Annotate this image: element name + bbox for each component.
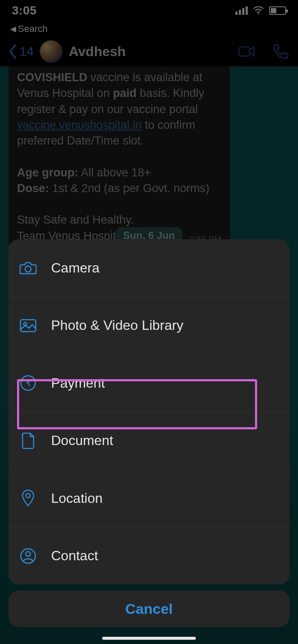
- sheet-item-label: Document: [51, 433, 113, 448]
- sheet-item-payment[interactable]: ₹ Payment: [9, 355, 289, 412]
- photo-library-icon: [20, 317, 37, 334]
- sheet-item-label: Photo & Video Library: [51, 318, 183, 333]
- sheet-item-camera[interactable]: Camera: [9, 239, 289, 297]
- svg-text:₹: ₹: [26, 378, 31, 388]
- contact-icon: [20, 548, 37, 565]
- sheet-item-location[interactable]: Location: [9, 470, 289, 528]
- screen: 3:05 ◀ Search 14 Avdhesh COVISHIELD vacc…: [0, 0, 298, 644]
- document-icon: [20, 432, 37, 449]
- attachment-sheet: Camera Photo & Video Library ₹ Payment D…: [9, 239, 289, 584]
- camera-icon: [20, 259, 37, 276]
- home-indicator[interactable]: [102, 637, 196, 640]
- location-icon: [20, 490, 37, 507]
- cancel-button[interactable]: Cancel: [9, 590, 289, 627]
- payment-icon: ₹: [20, 374, 37, 392]
- sheet-item-photo-library[interactable]: Photo & Video Library: [9, 297, 289, 355]
- svg-point-9: [26, 551, 31, 556]
- svg-point-2: [25, 266, 31, 272]
- sheet-item-contact[interactable]: Contact: [9, 528, 289, 585]
- cancel-label: Cancel: [125, 601, 173, 617]
- svg-point-7: [26, 494, 30, 498]
- sheet-item-label: Camera: [51, 260, 100, 276]
- sheet-item-label: Location: [51, 491, 103, 506]
- sheet-item-label: Contact: [51, 548, 98, 564]
- sheet-item-document[interactable]: Document: [9, 412, 289, 470]
- sheet-item-label: Payment: [51, 375, 105, 391]
